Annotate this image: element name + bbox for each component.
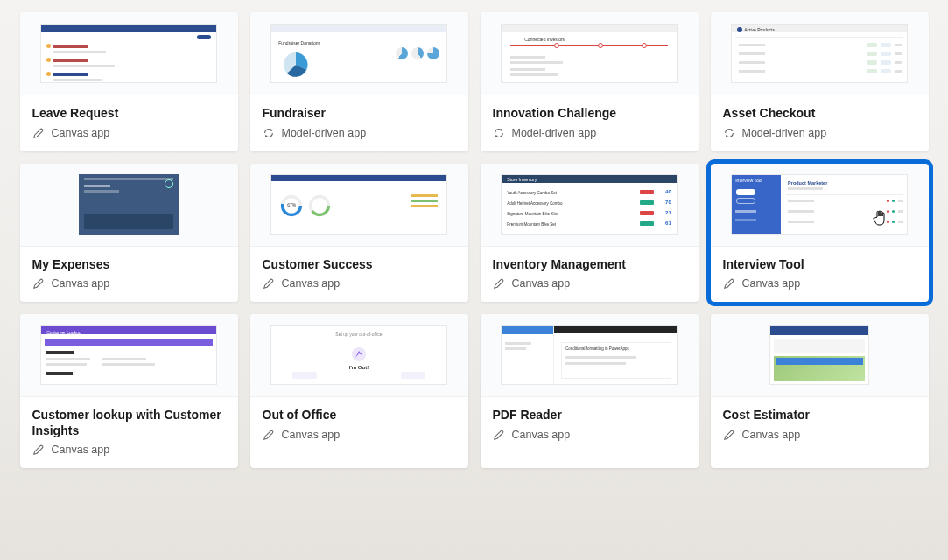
refresh-icon (263, 127, 275, 139)
template-info: Customer Success Canvas app (250, 247, 468, 303)
template-thumbnail (20, 12, 238, 95)
template-info: PDF Reader Canvas app (481, 397, 699, 453)
template-thumbnail: Connected Investors (481, 12, 699, 95)
template-type-label: Model-driven app (512, 127, 597, 139)
template-info: Leave Request Canvas app (20, 95, 238, 151)
template-thumbnail: Interview Tool Product Marketer (711, 164, 929, 247)
pencil-icon (32, 277, 45, 290)
template-card[interactable]: Cost Estimator Canvas app (711, 314, 929, 468)
template-thumbnail: Set up your out-of-office I'm Out! (250, 314, 468, 397)
pencil-icon (723, 429, 735, 441)
template-card[interactable]: My Expenses Canvas app (20, 164, 238, 303)
pencil-icon (32, 444, 45, 456)
template-title: Leave Request (32, 106, 226, 122)
template-type: Canvas app (493, 277, 686, 290)
template-title: Fundraiser (263, 106, 456, 122)
template-type: Model-driven app (263, 127, 456, 139)
template-title: Inventory Management (493, 257, 686, 273)
template-type-label: Canvas app (282, 429, 341, 441)
template-info: Interview Tool Canvas app (711, 247, 929, 303)
template-thumbnail: Conditional formatting in PowerApps (481, 314, 699, 397)
template-type: Canvas app (263, 429, 456, 441)
pencil-icon (493, 277, 505, 290)
template-card[interactable]: Connected Investors Innovation Challenge… (481, 12, 699, 151)
template-card[interactable]: Fundraiser Donations Fundraiser Model-dr… (250, 12, 468, 151)
template-info: My Expenses Canvas app (20, 247, 238, 303)
template-title: Cost Estimator (723, 408, 916, 424)
template-thumbnail: Fundraiser Donations (250, 12, 468, 95)
template-card[interactable]: Store Inventory Youth Accessory Combo Se… (481, 164, 699, 303)
template-grid: Leave Request Canvas app Fundraiser Dona… (19, 12, 929, 468)
template-type: Canvas app (493, 429, 686, 441)
template-title: Customer Success (263, 257, 456, 273)
refresh-icon (723, 127, 735, 139)
template-type: Canvas app (263, 277, 456, 290)
template-card[interactable]: Leave Request Canvas app (20, 12, 238, 151)
template-title: Customer lookup with Customer Insights (32, 408, 226, 438)
template-title: PDF Reader (493, 408, 686, 424)
template-info: Out of Office Canvas app (250, 397, 468, 453)
template-info: Fundraiser Model-driven app (250, 95, 468, 151)
template-card[interactable]: Conditional formatting in PowerApps PDF … (481, 314, 699, 468)
template-thumbnail (20, 164, 238, 247)
template-thumbnail: Active Products (711, 12, 929, 95)
template-title: Interview Tool (723, 257, 916, 273)
pencil-icon (723, 277, 735, 290)
pencil-icon (263, 429, 275, 441)
template-card[interactable]: Customer Lookup Customer lookup with Cus… (20, 314, 238, 468)
template-info: Customer lookup with Customer Insights C… (20, 397, 238, 468)
template-thumbnail (711, 314, 929, 397)
template-type-label: Model-driven app (742, 127, 827, 139)
template-type-label: Canvas app (282, 277, 341, 290)
template-type: Model-driven app (493, 127, 686, 139)
template-type-label: Model-driven app (282, 127, 367, 139)
pencil-icon (263, 277, 275, 290)
template-title: Innovation Challenge (493, 106, 686, 122)
template-type-label: Canvas app (742, 277, 801, 290)
template-card[interactable]: 67% Customer Success Canvas app (250, 164, 468, 303)
template-type: Canvas app (32, 277, 226, 290)
template-type: Canvas app (723, 429, 916, 441)
template-type-label: Canvas app (512, 277, 571, 290)
template-type: Canvas app (32, 444, 226, 456)
pencil-icon (493, 429, 505, 441)
template-type: Canvas app (723, 277, 916, 290)
template-info: Inventory Management Canvas app (481, 247, 699, 303)
template-card[interactable]: Active Products (711, 12, 929, 151)
template-title: Out of Office (263, 408, 456, 424)
template-type-label: Canvas app (52, 277, 110, 290)
template-title: Asset Checkout (723, 106, 916, 122)
template-type-label: Canvas app (512, 429, 571, 441)
template-type: Model-driven app (723, 127, 916, 139)
refresh-icon (493, 127, 505, 139)
template-type-label: Canvas app (52, 127, 110, 139)
template-thumbnail: Store Inventory Youth Accessory Combo Se… (481, 164, 699, 247)
template-title: My Expenses (32, 257, 226, 273)
template-type-label: Canvas app (52, 444, 110, 456)
template-card[interactable]: Interview Tool Product Marketer (711, 164, 929, 303)
template-info: Asset Checkout Model-driven app (711, 95, 929, 151)
template-info: Cost Estimator Canvas app (711, 397, 929, 453)
pencil-icon (32, 127, 45, 139)
template-thumbnail: 67% (250, 164, 468, 247)
template-type-label: Canvas app (742, 429, 801, 441)
template-info: Innovation Challenge Model-driven app (481, 95, 699, 151)
template-card[interactable]: Set up your out-of-office I'm Out! Out o… (250, 314, 468, 468)
template-type: Canvas app (32, 127, 226, 139)
template-thumbnail: Customer Lookup (20, 314, 238, 397)
